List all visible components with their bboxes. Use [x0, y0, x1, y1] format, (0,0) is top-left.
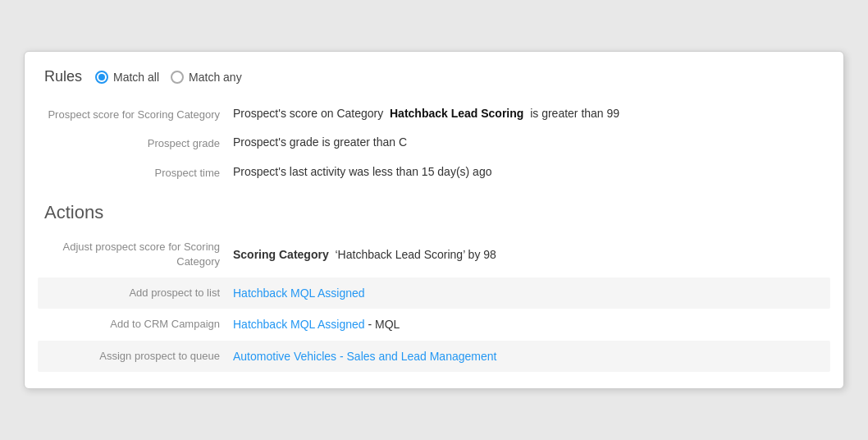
- action-value-assign-queue: Automotive Vehicles - Sales and Lead Man…: [233, 350, 824, 363]
- rule-row-prospect-grade: Prospect grade Prospect's grade is great…: [44, 129, 824, 158]
- rule-value-prospect-score: Prospect's score on Category Hatchback L…: [233, 107, 824, 120]
- actions-table: Adjust prospect score for Scoring Catego…: [44, 231, 824, 372]
- action-value-adjust-score: Scoring Category ‘Hatchback Lead Scoring…: [233, 248, 824, 261]
- action-value-add-to-list: Hatchback MQL Assigned: [233, 286, 824, 300]
- rule-row-prospect-score: Prospect score for Scoring Category Pros…: [44, 100, 824, 129]
- rule-label-prospect-time: Prospect time: [44, 165, 233, 181]
- match-all-label: Match all: [113, 71, 159, 84]
- action-row-adjust-score: Adjust prospect score for Scoring Catego…: [44, 231, 824, 277]
- action-label-crm-campaign: Add to CRM Campaign: [44, 317, 233, 332]
- action-label-adjust-score: Adjust prospect score for Scoring Catego…: [44, 240, 233, 269]
- action-label-add-to-list: Add prospect to list: [44, 286, 233, 300]
- list-link-hatchback-mql[interactable]: Hatchback MQL Assigned: [233, 286, 365, 300]
- rule-label-prospect-score: Prospect score for Scoring Category: [44, 107, 233, 122]
- rules-header: Rules Match all Match any: [44, 68, 824, 85]
- actions-title: Actions: [44, 202, 824, 223]
- rule-label-prospect-grade: Prospect grade: [44, 135, 233, 151]
- match-any-label: Match any: [189, 71, 242, 84]
- rules-card: Rules Match all Match any Prospect score…: [24, 51, 844, 389]
- queue-link-automotive[interactable]: Automotive Vehicles - Sales and Lead Man…: [233, 350, 496, 363]
- actions-section: Actions Adjust prospect score for Scorin…: [44, 202, 824, 372]
- rule-value-prospect-grade: Prospect's grade is greater than C: [233, 135, 824, 149]
- match-radio-group: Match all Match any: [95, 71, 242, 84]
- rule-highlight-hatchback-scoring: Hatchback Lead Scoring: [390, 107, 523, 120]
- rule-value-prospect-time: Prospect's last activity was less than 1…: [233, 165, 824, 178]
- match-all-radio[interactable]: [95, 71, 108, 84]
- action-row-add-to-list: Add prospect to list Hatchback MQL Assig…: [38, 277, 830, 309]
- crm-campaign-link[interactable]: Hatchback MQL Assigned: [233, 318, 365, 331]
- scoring-category-label: Scoring Category: [233, 248, 329, 261]
- match-all-option[interactable]: Match all: [95, 71, 159, 84]
- action-value-crm-campaign: Hatchback MQL Assigned - MQL: [233, 318, 824, 331]
- action-row-crm-campaign: Add to CRM Campaign Hatchback MQL Assign…: [44, 309, 824, 340]
- rules-title: Rules: [44, 68, 82, 85]
- rules-table: Prospect score for Scoring Category Pros…: [44, 100, 824, 187]
- rule-row-prospect-time: Prospect time Prospect's last activity w…: [44, 158, 824, 187]
- action-label-assign-queue: Assign prospect to queue: [44, 349, 233, 364]
- action-row-assign-queue: Assign prospect to queue Automotive Vehi…: [38, 341, 830, 372]
- match-any-option[interactable]: Match any: [171, 71, 242, 84]
- match-any-radio[interactable]: [171, 71, 184, 84]
